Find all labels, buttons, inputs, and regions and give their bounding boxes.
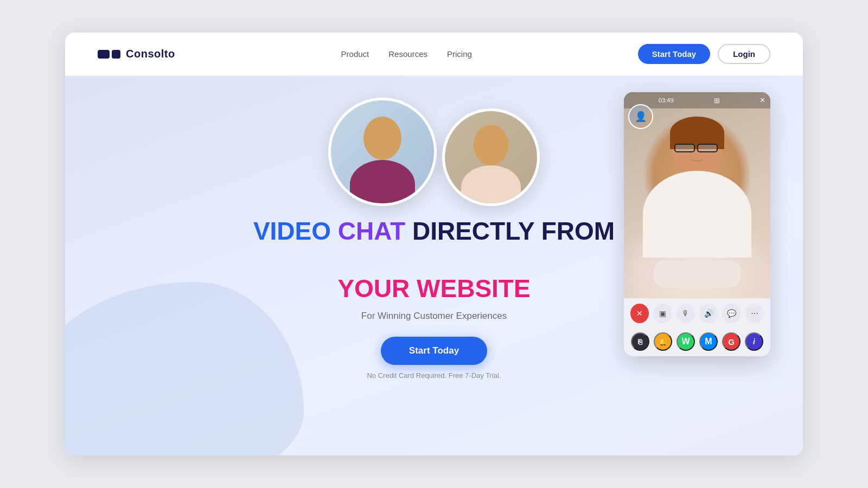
widget-social-bar: ⎘ 🔔 W M G i — [624, 329, 770, 356]
title-word-directly-from: DIRECTLY FROM — [412, 217, 615, 245]
nav-item-product[interactable]: Product — [341, 49, 369, 59]
hero-section: VIDEO CHAT DIRECTLY FROM YOUR WEBSITE Fo… — [65, 76, 803, 455]
title-word-chat: CHAT — [338, 217, 405, 245]
whatsapp-button[interactable]: W — [676, 332, 695, 351]
logo-box-1 — [98, 50, 110, 59]
messenger-button[interactable]: M — [699, 332, 718, 351]
hero-subtitle: For Winning Customer Experiences — [361, 311, 507, 322]
widget-controls: ✕ ▣ 🎙 🔊 💬 ⋯ — [624, 298, 770, 329]
logo-icon — [98, 50, 120, 59]
hero-image-man — [328, 98, 437, 206]
navbar: Consolto Product Resources Pricing Start… — [65, 33, 803, 76]
google-button[interactable]: G — [722, 332, 741, 351]
browser-window: Consolto Product Resources Pricing Start… — [65, 33, 803, 455]
nav-actions: Start Today Login — [638, 44, 770, 64]
microphone-button[interactable]: 🎙 — [676, 304, 695, 323]
nav-item-pricing[interactable]: Pricing — [447, 49, 472, 59]
hero-image-woman — [442, 108, 540, 206]
logo-area: Consolto — [98, 48, 175, 60]
start-today-hero-button[interactable]: Start Today — [381, 337, 487, 365]
brand-name: Consolto — [126, 48, 175, 60]
logo-box-2 — [112, 50, 120, 59]
screen-share-button[interactable]: ▣ — [653, 304, 672, 323]
hero-note: No Credit Card Required. Free 7-Day Tria… — [367, 371, 501, 380]
widget-timer: 03:49 — [659, 97, 674, 104]
chat-button[interactable]: 💬 — [722, 304, 741, 323]
widget-header: 👤 03:49 ⊞ × — [624, 92, 770, 108]
title-line2: YOUR WEBSITE — [253, 274, 615, 303]
speaker-button[interactable]: 🔊 — [699, 304, 718, 323]
widget-avatar: 👤 — [628, 104, 653, 129]
info-button[interactable]: i — [745, 332, 763, 351]
nav-links: Product Resources Pricing — [341, 49, 472, 59]
login-button[interactable]: Login — [718, 44, 770, 64]
start-today-nav-button[interactable]: Start Today — [638, 44, 710, 64]
video-widget: 👤 03:49 ⊞ × — [624, 92, 770, 356]
title-word-video: VIDEO — [253, 217, 331, 245]
whatsapp-bell-button[interactable]: 🔔 — [654, 332, 672, 351]
copy-link-button[interactable]: ⎘ — [631, 332, 649, 351]
end-call-button[interactable]: ✕ — [630, 304, 649, 323]
expand-icon[interactable]: ⊞ — [714, 97, 720, 105]
nav-link-product[interactable]: Product — [341, 49, 369, 59]
more-button[interactable]: ⋯ — [745, 304, 764, 323]
nav-link-pricing[interactable]: Pricing — [447, 49, 472, 59]
nav-link-resources[interactable]: Resources — [388, 49, 427, 59]
hero-title: VIDEO CHAT DIRECTLY FROM YOUR WEBSITE — [253, 217, 615, 303]
close-icon[interactable]: × — [760, 95, 765, 105]
nav-item-resources[interactable]: Resources — [388, 49, 427, 59]
hero-images — [328, 98, 540, 206]
